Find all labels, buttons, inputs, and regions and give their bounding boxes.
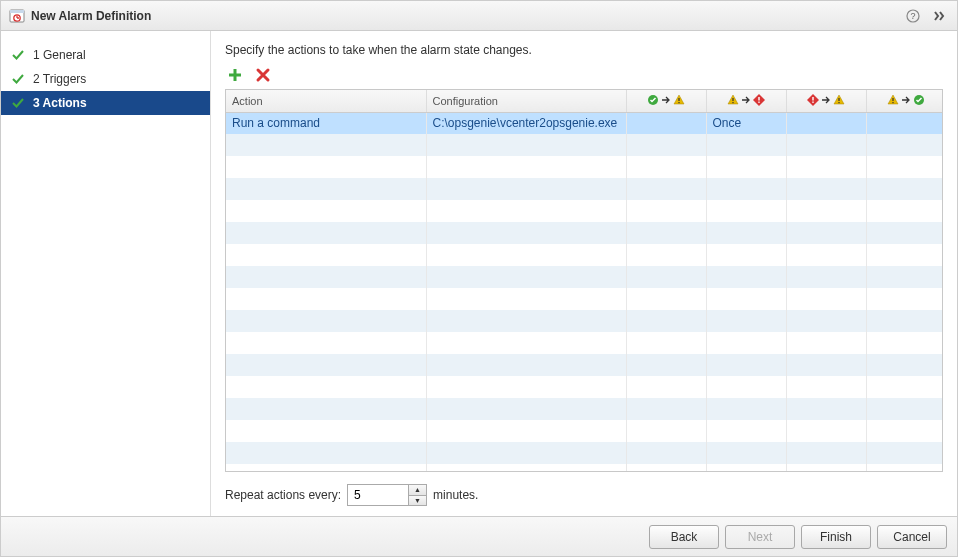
step-label: 3 Actions [33, 96, 87, 110]
table-row-empty[interactable] [226, 266, 943, 288]
table-row-empty[interactable] [226, 156, 943, 178]
table-row-empty[interactable] [226, 222, 943, 244]
cell-empty [866, 200, 943, 222]
col-header-action[interactable]: Action [226, 90, 426, 112]
cell-empty [626, 156, 706, 178]
table-row-empty[interactable] [226, 464, 943, 472]
cell-empty [786, 310, 866, 332]
table-row-empty[interactable] [226, 134, 943, 156]
alarm-definition-icon [9, 8, 25, 24]
cell-empty [626, 442, 706, 464]
table-row-empty[interactable] [226, 178, 943, 200]
cell-empty [706, 288, 786, 310]
cell-empty [866, 310, 943, 332]
svg-rect-1 [10, 10, 24, 13]
cell-empty [626, 134, 706, 156]
cell-empty [626, 376, 706, 398]
cell-empty [786, 222, 866, 244]
table-row-empty[interactable] [226, 398, 943, 420]
cell-empty [226, 266, 426, 288]
table-row-empty[interactable] [226, 376, 943, 398]
cell-empty [706, 376, 786, 398]
cell-empty [786, 442, 866, 464]
cell-config[interactable]: C:\opsgenie\vcenter2opsgenie.exe [426, 112, 626, 134]
cell-empty [706, 310, 786, 332]
wizard-step-actions[interactable]: 3 Actions [1, 91, 210, 115]
cell-empty [866, 156, 943, 178]
repeat-label-after: minutes. [433, 488, 478, 502]
warning-icon [833, 94, 845, 106]
col-header-warn-to-crit[interactable] [706, 90, 786, 112]
actions-table-container: Action Configuration [225, 89, 943, 472]
spinner-down-button[interactable]: ▼ [409, 496, 426, 506]
table-row-empty[interactable] [226, 244, 943, 266]
cell-empty [786, 178, 866, 200]
col-header-ok-to-warn[interactable] [626, 90, 706, 112]
help-icon[interactable]: ? [903, 6, 923, 26]
remove-action-button[interactable] [253, 65, 273, 85]
spinner-up-button[interactable]: ▲ [409, 485, 426, 496]
table-row[interactable]: Run a commandC:\opsgenie\vcenter2opsgeni… [226, 112, 943, 134]
actions-table[interactable]: Action Configuration [226, 90, 943, 472]
cell-empty [626, 332, 706, 354]
instruction-text: Specify the actions to take when the ala… [225, 43, 943, 57]
svg-rect-12 [732, 98, 733, 101]
cell-empty [786, 266, 866, 288]
svg-rect-8 [229, 74, 241, 77]
wizard-footer: Back Next Finish Cancel [1, 516, 957, 556]
cell-empty [706, 178, 786, 200]
svg-rect-13 [732, 102, 733, 103]
col-header-configuration[interactable]: Configuration [426, 90, 626, 112]
main-panel: Specify the actions to take when the ala… [211, 31, 957, 516]
cell-empty [226, 156, 426, 178]
svg-rect-10 [678, 98, 679, 101]
cell-empty [226, 420, 426, 442]
table-row-empty[interactable] [226, 420, 943, 442]
cell-empty [426, 200, 626, 222]
table-row-empty[interactable] [226, 310, 943, 332]
svg-rect-15 [758, 101, 759, 102]
cell-empty [866, 442, 943, 464]
cancel-button[interactable]: Cancel [877, 525, 947, 549]
cell-s2[interactable]: Once [706, 112, 786, 134]
cell-s1[interactable] [626, 112, 706, 134]
critical-icon [753, 94, 765, 106]
cell-empty [786, 244, 866, 266]
finish-button[interactable]: Finish [801, 525, 871, 549]
repeat-spinner[interactable]: ▲ ▼ [347, 484, 427, 506]
check-icon [11, 48, 25, 62]
repeat-value-input[interactable] [348, 485, 408, 505]
col-header-warn-to-ok[interactable] [866, 90, 943, 112]
cell-empty [426, 464, 626, 472]
ok-icon [647, 94, 659, 106]
table-row-empty[interactable] [226, 442, 943, 464]
col-header-crit-to-warn[interactable] [786, 90, 866, 112]
add-action-button[interactable] [225, 65, 245, 85]
cell-empty [866, 178, 943, 200]
wizard-step-triggers[interactable]: 2 Triggers [1, 67, 210, 91]
cell-empty [866, 376, 943, 398]
warning-icon [673, 94, 685, 106]
cell-empty [786, 420, 866, 442]
svg-rect-14 [758, 97, 759, 101]
cell-empty [706, 398, 786, 420]
table-row-empty[interactable] [226, 200, 943, 222]
cell-empty [626, 420, 706, 442]
wizard-step-general[interactable]: 1 General [1, 43, 210, 67]
cell-empty [866, 134, 943, 156]
cell-empty [226, 244, 426, 266]
cell-empty [706, 266, 786, 288]
cell-empty [866, 464, 943, 472]
body-area: 1 General 2 Triggers 3 Actions Specify t… [1, 31, 957, 516]
titlebar: New Alarm Definition ? [1, 1, 957, 31]
back-button[interactable]: Back [649, 525, 719, 549]
cell-s4[interactable] [866, 112, 943, 134]
expand-icon[interactable] [929, 6, 949, 26]
cell-action[interactable]: Run a command [226, 112, 426, 134]
cell-s3[interactable] [786, 112, 866, 134]
table-row-empty[interactable] [226, 354, 943, 376]
table-row-empty[interactable] [226, 288, 943, 310]
cell-empty [226, 332, 426, 354]
cell-empty [426, 156, 626, 178]
table-row-empty[interactable] [226, 332, 943, 354]
